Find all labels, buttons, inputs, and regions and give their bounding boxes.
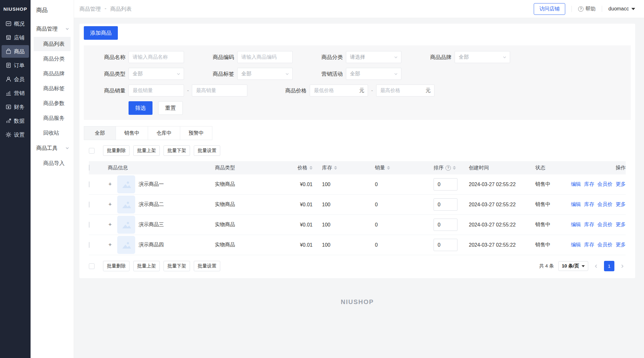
filter-reset-button[interactable]: 重置 xyxy=(158,101,183,115)
add-product-button[interactable]: 添加商品 xyxy=(84,26,118,40)
batch-settings-button[interactable]: 批量设置 xyxy=(194,145,220,156)
col-sort[interactable]: 排序 ? xyxy=(431,165,467,171)
submenu-item-goods-label[interactable]: 商品标签 xyxy=(34,81,71,96)
product-name[interactable]: 演示商品三 xyxy=(139,221,164,228)
member-price-link[interactable]: 会员价 xyxy=(597,221,612,228)
select-all-checkbox[interactable] xyxy=(89,148,95,154)
min-sales-input[interactable] xyxy=(129,85,184,97)
row-checkbox[interactable] xyxy=(89,242,89,248)
chevron-down-icon xyxy=(65,146,69,150)
user-menu[interactable]: duomacc xyxy=(608,6,635,12)
tab-warning[interactable]: 预警中 xyxy=(180,126,212,140)
member-price-link[interactable]: 会员价 xyxy=(597,201,612,208)
member-price-link[interactable]: 会员价 xyxy=(597,242,612,248)
visit-shop-button[interactable]: 访问店铺 xyxy=(534,3,565,15)
sidebar-item-shop[interactable]: 店铺 xyxy=(2,31,29,44)
category-select[interactable]: 请选择 xyxy=(346,51,401,63)
max-sales-input[interactable] xyxy=(192,85,247,97)
expand-row-button[interactable]: + xyxy=(108,201,113,208)
sort-order-input[interactable] xyxy=(434,178,457,191)
sidebar-item-overview[interactable]: 概况 xyxy=(2,17,29,30)
tab-on-sale[interactable]: 销售中 xyxy=(116,126,148,140)
tab-in-warehouse[interactable]: 仓库中 xyxy=(148,126,180,140)
submenu-item-goods-service[interactable]: 商品服务 xyxy=(34,111,71,125)
product-name[interactable]: 演示商品一 xyxy=(139,181,164,188)
sidebar-item-goods[interactable]: 商品 xyxy=(2,45,29,58)
product-code-input[interactable] xyxy=(237,51,293,63)
created-time: 2024-03-27 02:55:22 xyxy=(467,182,533,187)
expand-row-button[interactable]: + xyxy=(108,242,113,248)
product-stock: 100 xyxy=(313,222,369,228)
type-select[interactable]: 全部 xyxy=(129,68,184,80)
stock-link[interactable]: 库存 xyxy=(584,181,594,188)
sort-icon[interactable] xyxy=(387,166,390,170)
edit-link[interactable]: 编辑 xyxy=(571,242,581,248)
expand-row-button[interactable]: + xyxy=(108,221,113,228)
prev-page-button[interactable] xyxy=(593,263,600,270)
status-text: 销售中 xyxy=(533,221,571,228)
select-all-checkbox[interactable] xyxy=(89,263,95,269)
more-link[interactable]: 更多 xyxy=(616,201,626,208)
batch-off-shelf-button[interactable]: 批量下架 xyxy=(164,261,190,271)
sidebar-item-finance[interactable]: 财务 xyxy=(2,101,29,113)
help-button[interactable]: ? 帮助 xyxy=(578,6,595,12)
batch-delete-button[interactable]: 批量删除 xyxy=(103,145,129,156)
batch-on-shelf-button[interactable]: 批量上架 xyxy=(133,261,160,271)
row-checkbox[interactable] xyxy=(89,202,89,208)
sidebar-item-label: 订单 xyxy=(14,62,25,69)
stock-link[interactable]: 库存 xyxy=(584,242,594,248)
sidebar-item-marketing[interactable]: 营销 xyxy=(2,87,29,99)
product-name-input[interactable] xyxy=(129,51,184,63)
select-all-checkbox[interactable] xyxy=(89,165,89,171)
edit-link[interactable]: 编辑 xyxy=(571,221,581,228)
stock-link[interactable]: 库存 xyxy=(584,201,594,208)
sort-icon[interactable] xyxy=(453,166,456,170)
edit-link[interactable]: 编辑 xyxy=(571,181,581,188)
submenu-item-recycle-bin[interactable]: 回收站 xyxy=(34,126,71,140)
page-number-current[interactable]: 1 xyxy=(604,261,614,271)
row-checkbox[interactable] xyxy=(89,181,89,187)
col-stock[interactable]: 库存 xyxy=(313,165,369,171)
sort-order-input[interactable] xyxy=(434,219,457,231)
tab-all[interactable]: 全部 xyxy=(84,126,116,140)
submenu-item-goods-params[interactable]: 商品参数 xyxy=(34,96,71,110)
submenu-item-goods-brand[interactable]: 商品品牌 xyxy=(34,67,71,81)
page-size-select[interactable]: 10 条/页 xyxy=(558,261,588,271)
sidebar-item-members[interactable]: 会员 xyxy=(2,73,29,85)
submenu-item-goods-category[interactable]: 商品分类 xyxy=(34,52,71,66)
sort-order-input[interactable] xyxy=(434,239,457,251)
batch-on-shelf-button[interactable]: 批量上架 xyxy=(133,145,160,156)
brand-select[interactable]: 全部 xyxy=(455,51,510,63)
submenu-group-goods-management[interactable]: 商品管理 xyxy=(31,21,74,36)
batch-delete-button[interactable]: 批量删除 xyxy=(103,261,129,271)
submenu-item-goods-list[interactable]: 商品列表 xyxy=(34,37,71,51)
tag-select[interactable]: 全部 xyxy=(237,68,293,80)
next-page-button[interactable] xyxy=(619,263,626,270)
batch-settings-button[interactable]: 批量设置 xyxy=(194,261,220,271)
sort-icon[interactable] xyxy=(309,166,313,170)
submenu-group-goods-tools[interactable]: 商品工具 xyxy=(31,141,74,156)
edit-link[interactable]: 编辑 xyxy=(571,201,581,208)
stock-link[interactable]: 库存 xyxy=(584,221,594,228)
sort-icon[interactable] xyxy=(334,166,337,170)
row-checkbox[interactable] xyxy=(89,222,89,228)
expand-row-button[interactable]: + xyxy=(108,181,113,188)
sidebar-item-data[interactable]: 数据 xyxy=(2,114,29,127)
col-sales[interactable]: 销量 xyxy=(369,165,431,171)
breadcrumb-parent[interactable]: 商品管理 xyxy=(79,5,101,13)
member-price-link[interactable]: 会员价 xyxy=(597,181,612,188)
sidebar-item-settings[interactable]: 设置 xyxy=(2,128,29,141)
product-name[interactable]: 演示商品四 xyxy=(139,242,164,248)
product-name[interactable]: 演示商品二 xyxy=(139,201,164,208)
col-price[interactable]: 价格 xyxy=(290,165,313,171)
more-link[interactable]: 更多 xyxy=(616,181,626,188)
question-icon[interactable]: ? xyxy=(446,165,451,171)
more-link[interactable]: 更多 xyxy=(616,221,626,228)
sidebar-item-orders[interactable]: 订单 xyxy=(2,59,29,72)
batch-off-shelf-button[interactable]: 批量下架 xyxy=(164,145,190,156)
sort-order-input[interactable] xyxy=(434,198,457,211)
filter-submit-button[interactable]: 筛选 xyxy=(129,101,152,115)
activity-select[interactable]: 全部 xyxy=(346,68,401,80)
more-link[interactable]: 更多 xyxy=(616,242,626,248)
submenu-item-goods-import[interactable]: 商品导入 xyxy=(34,156,71,170)
